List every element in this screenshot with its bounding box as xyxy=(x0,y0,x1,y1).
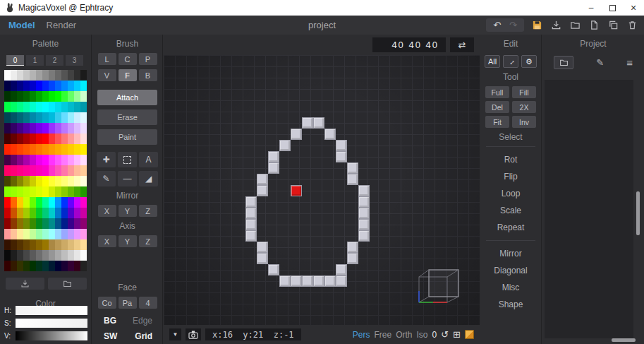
voxel[interactable] xyxy=(279,275,291,287)
voxel[interactable] xyxy=(279,140,291,151)
voxel[interactable] xyxy=(245,196,257,208)
edit-op-shape[interactable]: Shape xyxy=(480,296,541,313)
palette-swatch[interactable] xyxy=(80,144,87,155)
palette-swatch[interactable] xyxy=(4,208,11,218)
palette-swatch[interactable] xyxy=(80,155,87,165)
palette-swatch[interactable] xyxy=(17,155,23,165)
palette-swatch[interactable] xyxy=(49,144,55,155)
palette-swatch[interactable] xyxy=(74,155,80,165)
voxel[interactable] xyxy=(245,219,257,230)
palette-swatch[interactable] xyxy=(30,250,36,261)
palette-swatch[interactable] xyxy=(74,70,80,81)
tool-fit-button[interactable]: Fit xyxy=(485,116,509,128)
palette-swatch[interactable] xyxy=(68,229,74,239)
palette-swatch[interactable] xyxy=(42,261,49,271)
fill-tool-icon[interactable]: ◢ xyxy=(139,171,158,186)
palette-swatch[interactable] xyxy=(42,197,49,208)
tool-full-button[interactable]: Full xyxy=(485,86,509,98)
palette-swatch[interactable] xyxy=(42,112,49,123)
palette-swatch[interactable] xyxy=(11,250,17,261)
palette-swatch[interactable] xyxy=(49,197,55,208)
palette-swatch[interactable] xyxy=(49,155,55,165)
palette-swatch[interactable] xyxy=(80,134,87,144)
voxel[interactable] xyxy=(268,151,279,162)
axis-y-button[interactable]: Y xyxy=(119,235,137,247)
palette-swatch[interactable] xyxy=(23,70,30,81)
palette-swatch[interactable] xyxy=(30,208,36,218)
palette-swatch[interactable] xyxy=(55,239,61,250)
tool-inv-button[interactable]: Inv xyxy=(512,116,536,128)
palette-swatch[interactable] xyxy=(36,197,42,208)
palette-swatch[interactable] xyxy=(68,91,74,102)
brush-mode-pattern[interactable]: P xyxy=(139,53,157,65)
palette-swatch[interactable] xyxy=(30,165,36,176)
voxel[interactable] xyxy=(257,242,268,253)
axis-z-button[interactable]: Z xyxy=(139,235,157,247)
palette-swatch[interactable] xyxy=(55,218,61,229)
palette-swatch[interactable] xyxy=(42,91,49,102)
palette-swatch[interactable] xyxy=(49,123,55,134)
import-icon[interactable] xyxy=(549,19,562,32)
palette-swatch[interactable] xyxy=(23,176,30,186)
palette-swatch[interactable] xyxy=(30,70,36,81)
palette-swatch[interactable] xyxy=(23,112,30,123)
palette-swatch[interactable] xyxy=(11,91,17,102)
palette-swatch[interactable] xyxy=(42,239,49,250)
redo-icon[interactable]: ↷ xyxy=(509,20,517,30)
palette-swatch[interactable] xyxy=(23,91,30,102)
voxel-cube-icon[interactable] xyxy=(465,330,474,339)
palette-swatch[interactable] xyxy=(4,81,11,91)
palette-swatch[interactable] xyxy=(17,250,23,261)
voxel[interactable] xyxy=(291,275,302,287)
palette-swatch[interactable] xyxy=(80,261,87,271)
palette-swatch[interactable] xyxy=(80,70,87,81)
palette-swatch[interactable] xyxy=(80,186,87,197)
palette-swatch[interactable] xyxy=(49,165,55,176)
palette-swatch[interactable] xyxy=(68,176,74,186)
voxel[interactable] xyxy=(302,275,313,287)
palette-swatch[interactable] xyxy=(68,102,74,112)
palette-swatch[interactable] xyxy=(17,165,23,176)
palette-swatch[interactable] xyxy=(11,102,17,112)
palette-swatch[interactable] xyxy=(30,81,36,91)
palette-swatch[interactable] xyxy=(55,197,61,208)
palette-swatch[interactable] xyxy=(36,91,42,102)
palette-swatch[interactable] xyxy=(74,250,80,261)
sw-toggle[interactable]: SW xyxy=(104,331,117,341)
palette-swatch[interactable] xyxy=(49,239,55,250)
edit-op-misc[interactable]: Misc xyxy=(480,279,541,296)
palette-swatch[interactable] xyxy=(17,239,23,250)
save-icon[interactable] xyxy=(530,19,543,32)
palette-swatch[interactable] xyxy=(11,208,17,218)
voxel[interactable] xyxy=(336,151,347,162)
select-all-button[interactable]: All xyxy=(485,55,500,68)
palette-swatch[interactable] xyxy=(36,239,42,250)
palette-swatch[interactable] xyxy=(4,102,11,112)
palette-swatch[interactable] xyxy=(49,229,55,239)
camera-icon[interactable] xyxy=(186,328,201,340)
palette-swatch[interactable] xyxy=(55,70,61,81)
palette-swatch[interactable] xyxy=(42,176,49,186)
palette-swatch[interactable] xyxy=(61,144,68,155)
edit-op-rot[interactable]: Rot xyxy=(480,151,541,168)
palette-swatch[interactable] xyxy=(11,70,17,81)
palette-swatch[interactable] xyxy=(30,123,36,134)
palette-swatch[interactable] xyxy=(4,261,11,271)
palette-swatch[interactable] xyxy=(68,261,74,271)
close-button[interactable]: × xyxy=(623,0,644,16)
palette-swatch[interactable] xyxy=(61,70,68,81)
palette-swatch[interactable] xyxy=(30,261,36,271)
view-mode-perspective[interactable]: Pers xyxy=(353,330,370,340)
palette-swatch[interactable] xyxy=(74,229,80,239)
palette-swatch[interactable] xyxy=(80,91,87,102)
palette-swatch[interactable] xyxy=(30,197,36,208)
palette-swatch[interactable] xyxy=(61,218,68,229)
palette-swatch[interactable] xyxy=(42,134,49,144)
palette-swatch[interactable] xyxy=(74,123,80,134)
palette-swatch[interactable] xyxy=(80,123,87,134)
palette-swatch[interactable] xyxy=(42,250,49,261)
palette-swatch[interactable] xyxy=(55,208,61,218)
project-file-list[interactable] xyxy=(545,80,633,338)
voxel[interactable] xyxy=(257,185,268,196)
new-document-icon[interactable] xyxy=(588,19,600,32)
